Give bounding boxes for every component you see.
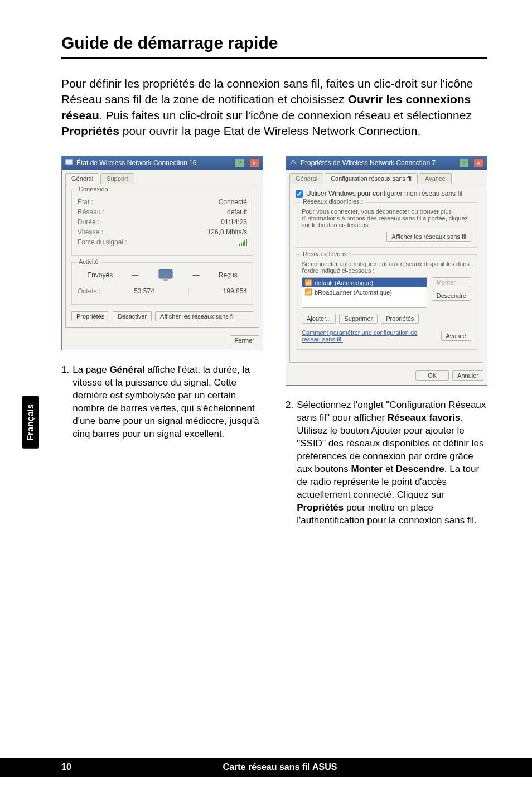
proprietes-button[interactable]: Propriétés — [71, 311, 109, 321]
etat-label: État : — [78, 198, 93, 206]
force-label: Force du signal : — [78, 238, 127, 246]
step-2-c: et — [383, 464, 396, 474]
ajouter-button[interactable]: Ajouter... — [302, 314, 336, 324]
tab-general[interactable]: Général — [65, 173, 99, 184]
footer-title: Carte réseau sans fil ASUS — [95, 762, 532, 772]
recus-label: Reçus — [219, 271, 238, 279]
use-windows-checkbox-row[interactable]: Utiliser Windows pour configurer mon rés… — [296, 190, 477, 198]
intro-bold-2: Propriétés — [61, 124, 119, 137]
tab-general-2[interactable]: Général — [289, 173, 323, 184]
recus-value: 199 854 — [223, 287, 247, 295]
properties-dialog-title: Propriétés de Wireless Network Connectio… — [301, 159, 454, 167]
language-side-tab: Français — [22, 396, 39, 449]
list-item-label: bRoadLanner (Automatique) — [315, 289, 392, 296]
desactiver-button[interactable]: Désactiver — [113, 311, 152, 321]
group-favoris-text: Se connecter automatiquement aux réseaux… — [302, 261, 471, 274]
afficher-reseaux-button[interactable]: Afficher les réseaux sans fil — [155, 311, 253, 321]
svg-rect-2 — [159, 269, 172, 278]
step-2-text: Sélectionnez l'onglet "Configuration Rés… — [297, 399, 487, 527]
group-disponibles-text: Pour vous connecter, vous déconnecter ou… — [302, 208, 471, 228]
intro-paragraph: Pour définir les propriétés de la connex… — [61, 76, 487, 139]
use-windows-label: Utiliser Windows pour configurer mon rés… — [306, 190, 462, 198]
step-1-a: La page — [72, 364, 109, 375]
fermer-button[interactable]: Fermer — [230, 335, 259, 345]
tab-config-reseaux[interactable]: Configuration réseaux sans fil — [325, 173, 418, 184]
monter-button[interactable]: Monter — [432, 277, 471, 287]
envoyes-label: Envoyés — [87, 271, 113, 279]
group-disponibles-legend: Réseaux disponibles : — [301, 198, 365, 205]
reseau-label: Réseau : — [78, 208, 104, 216]
close-icon[interactable]: × — [249, 158, 259, 167]
heading-rule — [61, 57, 487, 59]
step-2-number: 2. — [286, 399, 293, 527]
vitesse-label: Vitesse : — [78, 228, 103, 236]
step-2-bold-1: Réseaux favoris — [388, 412, 460, 423]
page-heading: Guide de démarrage rapide — [61, 33, 487, 52]
descendre-button[interactable]: Descendre — [432, 291, 471, 301]
status-dialog: État de Wireless Network Connection 16 ?… — [61, 156, 263, 350]
duree-value: 01:14:26 — [221, 218, 247, 226]
annuler-button[interactable]: Annuler — [452, 370, 483, 381]
group-favoris-legend: Réseaux favoris : — [301, 251, 352, 257]
reseau-value: default — [227, 208, 247, 216]
page-footer: 10 Carte réseau sans fil ASUS — [0, 758, 532, 777]
svg-rect-1 — [68, 165, 70, 166]
help-icon[interactable]: ? — [459, 158, 469, 167]
svg-rect-0 — [65, 159, 73, 165]
tab-support[interactable]: Support — [100, 173, 134, 184]
ok-button[interactable]: OK — [415, 370, 449, 381]
step-2-bold-4: Propriétés — [297, 502, 344, 513]
proprietes-button-2[interactable]: Propriétés — [381, 314, 419, 324]
group-connexion-legend: Connexion — [76, 186, 110, 192]
step-1-text: La page Général affiche l'état, la durée… — [72, 364, 263, 441]
page-number: 10 — [61, 762, 95, 772]
properties-dialog: Propriétés de Wireless Network Connectio… — [286, 156, 487, 386]
properties-dialog-titlebar: Propriétés de Wireless Network Connectio… — [286, 156, 487, 170]
intro-text-3: pour ouvrir la page Etat de Wireless Net… — [119, 124, 420, 137]
connection-icon — [289, 159, 297, 167]
octets-label: Octets : — [78, 287, 100, 295]
svg-rect-3 — [163, 278, 168, 281]
help-icon[interactable]: ? — [235, 158, 245, 167]
envoyes-value: 53 574 — [134, 287, 154, 295]
vitesse-value: 126,0 Mbits/s — [207, 228, 247, 236]
status-dialog-title: État de Wireless Network Connection 16 — [76, 159, 230, 167]
step-1-bold: Général — [109, 364, 144, 375]
duree-label: Durée : — [78, 218, 99, 226]
favoris-list[interactable]: 📶 default (Automatique) 📶 bRoadLanner (A… — [302, 277, 427, 308]
step-1-b: affiche l'état, la durée, la vitesse et … — [72, 364, 259, 439]
use-windows-checkbox[interactable] — [296, 190, 303, 198]
advanced-config-link[interactable]: Comment paramétrer une configuration de … — [302, 329, 436, 343]
status-dialog-titlebar: État de Wireless Network Connection 16 ?… — [62, 156, 263, 170]
etat-value: Connecté — [219, 198, 247, 206]
signal-bars-icon — [239, 238, 247, 246]
intro-text-2: . Puis faites un clic-droit sur l'icône … — [99, 109, 472, 122]
supprimer-button[interactable]: Supprimer — [339, 314, 378, 324]
list-item[interactable]: 📶 default (Automatique) — [302, 278, 427, 287]
group-activite-legend: Activité — [76, 258, 100, 265]
avance-button[interactable]: Avancé — [441, 331, 472, 341]
step-2-bold-3: Descendre — [396, 464, 444, 474]
list-item[interactable]: 📶 bRoadLanner (Automatique) — [302, 287, 427, 297]
network-icon — [65, 159, 73, 167]
step-1-number: 1. — [61, 364, 69, 441]
antenna-icon: 📶 — [304, 288, 312, 296]
list-item-label: default (Automatique) — [315, 280, 373, 286]
afficher-reseaux-button-2[interactable]: Afficher les réseaux sans fil — [386, 232, 471, 242]
step-2-bold-2: Monter — [351, 464, 383, 474]
antenna-icon: 📶 — [304, 279, 312, 286]
close-icon[interactable]: × — [473, 158, 483, 167]
activity-monitor-icon — [158, 268, 173, 282]
tab-avance[interactable]: Avancé — [419, 173, 452, 184]
